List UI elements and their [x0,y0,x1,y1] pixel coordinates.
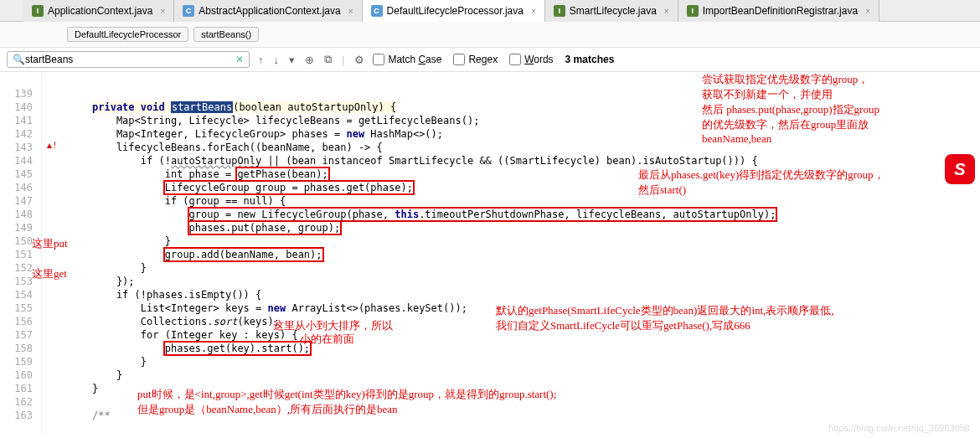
file-type-icon: C [183,5,194,17]
code-area[interactable]: private void startBeans(boolean autoStar… [42,72,776,435]
method-name-highlight: startBeans [171,101,233,113]
anno-mid-1: 默认的getPhase(SmartLifeCycle类型的bean)返回最大的i… [496,303,834,318]
prev-match-icon[interactable]: ↑ [258,54,264,66]
close-icon[interactable]: × [531,7,536,16]
close-icon[interactable]: × [160,7,165,16]
kw-private: private void [92,101,171,113]
box-getphase: getPhase(bean); [237,168,328,180]
search-field[interactable]: 🔍 ✕ [7,51,250,68]
anno-bot-1: put时候，是<int,group>,get时候get(int类型的key)得到… [137,387,556,402]
sogou-logo: S [945,154,975,184]
next-match-icon[interactable]: ↓ [274,54,280,66]
box-phases-put: phases.put(phase, group); [189,222,341,234]
words-checkbox[interactable]: Words [509,54,553,65]
tab-label: SmartLifecycle.java [570,5,657,17]
close-icon[interactable]: × [865,7,870,16]
anno-top-5: beanName,bean [702,132,771,146]
file-type-icon: C [371,5,383,17]
anno-left-put: 这里put [32,236,68,251]
breadcrumb-method[interactable]: startBeans() [193,27,259,42]
editor-tab[interactable]: ISmartLifecycle.java× [545,0,678,22]
box-group-get: LifecycleGroup group = phases.get(phase)… [165,182,413,193]
anno-top-1: 尝试获取指定优先级数字的group， [702,72,869,87]
anno-sort-2: 小的在前面 [300,332,354,347]
regex-checkbox[interactable]: Regex [453,54,498,65]
anno-top-3: 然后 phases.put(phase,group)指定group [702,102,879,117]
tab-label: ApplicationContext.java [48,5,152,17]
editor-tab[interactable]: IApplicationContext.java× [23,0,174,22]
tab-label: AbstractApplicationContext.java [199,5,340,17]
box-group-add: group.add(beanName, bean); [165,249,322,260]
file-type-icon: I [32,5,44,17]
tab-label: ImportBeanDefinitionRegistrar.java [703,5,858,17]
search-input[interactable] [25,54,235,65]
file-type-icon: I [554,5,565,17]
box-new-group: group = new LifecycleGroup(phase, this.t… [189,209,776,220]
tab-label: DefaultLifecycleProcessor.java [387,5,524,17]
anno-top-2: 获取不到新建一个，并使用 [702,87,833,102]
add-selection-icon[interactable]: ⊕ [305,54,314,66]
anno-top-4: 的优先级数字，然后在group里面放 [702,117,869,132]
clear-icon[interactable]: ✕ [235,54,244,65]
anno-right-1: 最后从phases.get(key)得到指定优先级数字的group， [638,167,885,183]
anno-mid-2: 我们自定义SmartLifeCycle可以重写getPhase(),写成666 [496,318,750,333]
anno-right-2: 然后start() [638,183,686,198]
editor-tab[interactable]: CAbstractApplicationContext.java× [174,0,362,22]
watermark: https://blog.csdn.net/qq_36963950 [828,423,970,433]
close-icon[interactable]: × [664,7,669,16]
settings-icon[interactable]: ⚙ [354,54,364,66]
line-gutter: 1391401411421431441451461471481491501511… [0,72,42,435]
filter-icon[interactable]: ▾ [289,54,295,66]
select-all-icon[interactable]: ⧉ [324,53,332,66]
anno-bot-2: 但是group是（beanName,bean）,所有后面执行的是bean [137,402,398,417]
match-case-checkbox[interactable]: Match Case [373,54,441,65]
breadcrumb-class[interactable]: DefaultLifecycleProcessor [67,27,188,42]
file-type-icon: I [687,5,699,17]
close-icon[interactable]: × [348,7,353,16]
anno-left-get: 这里get [32,266,67,281]
separator: | [342,54,344,66]
match-count: 3 matches [565,54,615,65]
editor-tab[interactable]: IImportBeanDefinitionRegistrar.java× [678,0,879,22]
editor-tab[interactable]: CDefaultLifecycleProcessor.java× [363,0,545,22]
box-start: phases.get(key).start(); [165,343,310,354]
search-icon: 🔍 [13,54,25,65]
